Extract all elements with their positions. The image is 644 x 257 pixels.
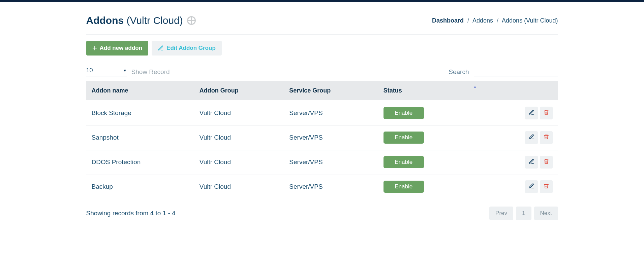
col-status[interactable]: Status: [378, 81, 470, 100]
col-actions[interactable]: ▲: [470, 81, 558, 100]
add-new-addon-label: Add new addon: [100, 45, 143, 51]
edit-icon: [528, 134, 534, 142]
cell-addon-name: DDOS Protection: [86, 150, 194, 174]
col-addon-name[interactable]: Addon name: [86, 81, 194, 100]
cell-addon-name: Backup: [86, 175, 194, 198]
cell-addon-group: Vultr Cloud: [194, 101, 284, 125]
cell-addon-name: Block Storage: [86, 101, 194, 125]
show-record-label: Show Record: [131, 68, 170, 76]
delete-row-button[interactable]: [540, 131, 553, 144]
next-button[interactable]: Next: [534, 207, 558, 220]
page-size-select[interactable]: 10 ▾: [86, 65, 127, 76]
page-title-bold: Addons: [86, 15, 124, 26]
status-badge[interactable]: Enable: [384, 156, 424, 168]
delete-row-button[interactable]: [540, 156, 553, 169]
breadcrumb-current: Addons (Vultr Cloud): [502, 17, 558, 24]
addons-table: Addon name Addon Group Service Group Sta…: [86, 80, 558, 199]
col-service-group[interactable]: Service Group: [284, 81, 378, 100]
table-row: DDOS ProtectionVultr CloudServer/VPSEnab…: [86, 150, 558, 174]
cell-addon-name: Sanpshot: [86, 125, 194, 149]
breadcrumb-dashboard[interactable]: Dashboard: [432, 17, 464, 24]
chevron-down-icon: ▾: [124, 68, 126, 73]
showing-records-text: Showing records from 4 to 1 - 4: [86, 210, 176, 217]
breadcrumb: Dashboard / Addons / Addons (Vultr Cloud…: [432, 17, 558, 24]
trash-icon: [543, 109, 549, 117]
edit-addon-group-label: Edit Addon Group: [166, 45, 216, 51]
status-badge[interactable]: Enable: [384, 107, 424, 119]
cell-addon-group: Vultr Cloud: [194, 175, 284, 198]
cell-service-group: Server/VPS: [284, 175, 378, 198]
page-title-rest: (Vultr Cloud): [127, 15, 183, 26]
divider: [86, 34, 558, 35]
cell-service-group: Server/VPS: [284, 125, 378, 149]
edit-row-button[interactable]: [525, 180, 538, 193]
breadcrumb-sep: /: [467, 17, 469, 24]
edit-row-button[interactable]: [525, 107, 538, 119]
page-number[interactable]: 1: [516, 207, 531, 220]
col-addon-group[interactable]: Addon Group: [194, 81, 284, 100]
help-icon[interactable]: [187, 16, 196, 25]
plus-icon: [92, 46, 97, 50]
cell-service-group: Server/VPS: [284, 101, 378, 125]
cell-service-group: Server/VPS: [284, 150, 378, 174]
delete-row-button[interactable]: [540, 180, 553, 193]
edit-row-button[interactable]: [525, 156, 538, 169]
breadcrumb-sep: /: [497, 17, 498, 24]
page-title: Addons (Vultr Cloud): [86, 15, 196, 26]
status-badge[interactable]: Enable: [384, 181, 424, 193]
edit-addon-group-button[interactable]: Edit Addon Group: [152, 41, 222, 56]
table-row: SanpshotVultr CloudServer/VPSEnable: [86, 125, 558, 149]
add-new-addon-button[interactable]: Add new addon: [86, 41, 149, 56]
edit-icon: [528, 183, 534, 191]
edit-icon: [158, 45, 164, 51]
breadcrumb-addons[interactable]: Addons: [472, 17, 493, 24]
search-input[interactable]: [474, 66, 558, 76]
trash-icon: [543, 158, 549, 166]
table-row: Block StorageVultr CloudServer/VPSEnable: [86, 101, 558, 125]
sort-asc-icon: ▲: [473, 84, 477, 89]
table-row: BackupVultr CloudServer/VPSEnable: [86, 175, 558, 198]
edit-icon: [528, 109, 534, 117]
cell-addon-group: Vultr Cloud: [194, 125, 284, 149]
search-label: Search: [449, 68, 469, 76]
delete-row-button[interactable]: [540, 107, 553, 119]
trash-icon: [543, 183, 549, 191]
edit-row-button[interactable]: [525, 131, 538, 144]
pagination: Prev 1 Next: [489, 207, 558, 220]
status-badge[interactable]: Enable: [384, 132, 424, 144]
edit-icon: [528, 158, 534, 166]
trash-icon: [543, 134, 549, 142]
cell-addon-group: Vultr Cloud: [194, 150, 284, 174]
prev-button[interactable]: Prev: [489, 207, 513, 220]
page-size-value: 10: [86, 67, 93, 74]
